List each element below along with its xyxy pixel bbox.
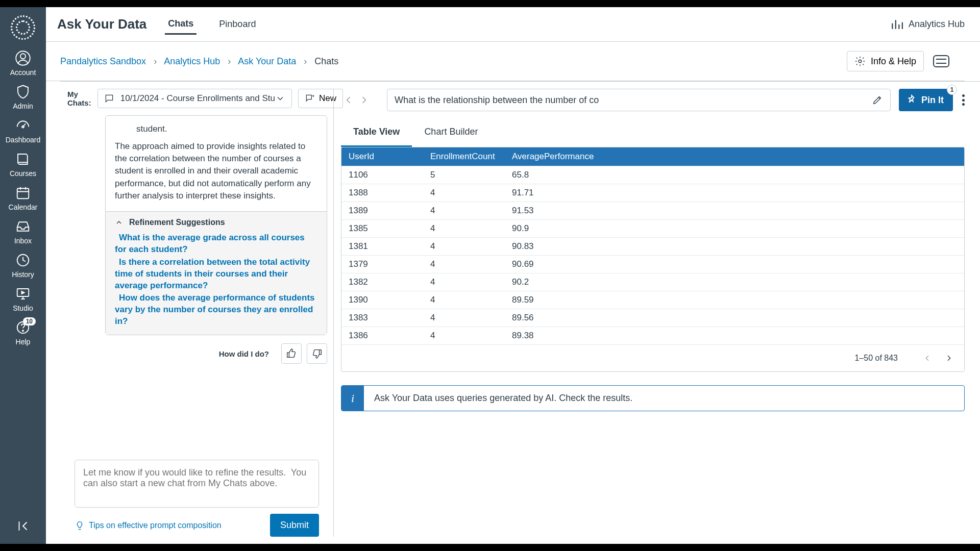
tab-chart-builder[interactable]: Chart Builder: [412, 118, 490, 147]
app-logo-icon[interactable]: [11, 15, 35, 40]
hub-label: Analytics Hub: [909, 19, 965, 30]
shield-icon: [15, 84, 31, 100]
nav-label: Studio: [13, 304, 33, 312]
results-pane: What is the relationship between the num…: [334, 82, 980, 544]
nav-collapse-button[interactable]: [15, 518, 31, 536]
cell-userid: 1106: [341, 166, 423, 184]
keyboard-icon: [936, 59, 946, 64]
tab-pinboard[interactable]: Pinboard: [216, 15, 259, 34]
nav-studio[interactable]: Studio: [0, 286, 46, 312]
clock-icon: [15, 252, 31, 268]
col-userid[interactable]: UserId: [341, 147, 423, 166]
gear-icon: [854, 56, 866, 67]
table-row[interactable]: 1385490.9: [341, 220, 964, 238]
nav-label: Courses: [10, 169, 36, 178]
cell-enrollmentcount: 4: [423, 291, 505, 309]
table-row[interactable]: 1382490.2: [341, 273, 964, 291]
query-display[interactable]: What is the relationship between the num…: [387, 89, 891, 111]
compose-input[interactable]: [75, 460, 318, 505]
cell-averageperformance: 89.38: [505, 327, 964, 345]
refinement-toggle[interactable]: Refinement Suggestions: [115, 218, 317, 227]
cell-averageperformance: 90.69: [505, 256, 964, 273]
table-row[interactable]: 1388491.71: [341, 184, 964, 202]
tab-chats[interactable]: Chats: [165, 14, 197, 35]
pager-prev-button[interactable]: [921, 352, 934, 364]
thumbs-down-button[interactable]: [307, 343, 327, 364]
pager-next-button[interactable]: [943, 352, 955, 364]
cell-enrollmentcount: 4: [423, 256, 505, 273]
nav-label: Admin: [13, 102, 33, 110]
chevron-left-icon: [923, 354, 932, 362]
nav-calendar[interactable]: Calendar: [0, 185, 46, 211]
chat-icon: [104, 93, 114, 104]
thumbs-up-button[interactable]: [281, 343, 302, 364]
page-title: Ask Your Data: [57, 16, 146, 32]
nav-help[interactable]: 10 Help: [0, 319, 46, 346]
nav-history[interactable]: History: [0, 252, 46, 279]
table-row[interactable]: 1381490.83: [341, 238, 964, 256]
new-chat-icon: [305, 93, 315, 104]
svg-point-1: [20, 54, 26, 59]
nav-account[interactable]: Account: [0, 50, 46, 77]
nav-inbox[interactable]: Inbox: [0, 218, 46, 245]
cell-userid: 1389: [341, 202, 423, 220]
table-row[interactable]: 1386489.38: [341, 327, 964, 345]
crumb-sandbox[interactable]: Pandalytics Sandbox: [60, 56, 146, 66]
suggestion-link[interactable]: What is the average grade across all cou…: [115, 232, 317, 256]
table-row[interactable]: 1390489.59: [341, 291, 964, 309]
suggestion-link[interactable]: How does the average performance of stud…: [115, 292, 317, 328]
table-row[interactable]: 1389491.53: [341, 202, 964, 220]
prev-question-button[interactable]: [341, 92, 356, 108]
chevron-left-icon: [344, 95, 354, 105]
keyboard-shortcuts-button[interactable]: [933, 55, 949, 67]
crumb-current: Chats: [314, 56, 338, 66]
cell-averageperformance: 65.8: [505, 166, 964, 184]
table-row[interactable]: 1383489.56: [341, 309, 964, 327]
cell-userid: 1383: [341, 309, 423, 327]
nav-courses[interactable]: Courses: [0, 151, 46, 178]
col-enrollmentcount[interactable]: EnrollmentCount: [423, 147, 505, 166]
pin-icon: [906, 94, 917, 106]
pin-count: 1: [947, 85, 957, 95]
info-icon: i: [341, 386, 364, 411]
chat-pane: My Chats: 10/1/2024 - Course Enrollments…: [60, 82, 333, 544]
inbox-icon: [15, 218, 31, 235]
answer-bubble: student. The approach aimed to provide i…: [105, 115, 327, 335]
cell-enrollmentcount: 4: [423, 220, 505, 238]
chat-selector[interactable]: 10/1/2024 - Course Enrollments and Stu: [97, 89, 292, 108]
nav-dashboard[interactable]: Dashboard: [0, 117, 46, 144]
cell-userid: 1388: [341, 184, 423, 202]
crumb-hub[interactable]: Analytics Hub: [164, 56, 220, 66]
tips-label: Tips on effective prompt composition: [89, 521, 222, 530]
global-nav: Account Admin Dashboard Courses Calendar…: [0, 7, 46, 544]
submit-button[interactable]: Submit: [270, 514, 319, 537]
cell-userid: 1381: [341, 238, 423, 256]
thumbs-down-icon: [311, 348, 323, 359]
tips-link[interactable]: Tips on effective prompt composition: [75, 520, 222, 531]
nav-admin[interactable]: Admin: [0, 84, 46, 110]
compose-box: [75, 460, 319, 508]
results-table: UserId EnrollmentCount AveragePerformanc…: [341, 147, 965, 372]
lightbulb-icon: [75, 520, 85, 531]
book-icon: [15, 151, 31, 167]
ai-notice: i Ask Your Data uses queries generated b…: [341, 385, 965, 411]
cell-userid: 1390: [341, 291, 423, 309]
tab-table-view[interactable]: Table View: [341, 118, 412, 147]
more-menu-button[interactable]: [962, 94, 965, 106]
col-averageperformance[interactable]: AveragePerformance: [505, 147, 964, 166]
feedback-question: How did I do?: [219, 349, 269, 358]
pin-it-button[interactable]: Pin It 1: [899, 89, 953, 111]
suggestion-link[interactable]: Is there a correlation between the total…: [115, 257, 317, 292]
user-icon: [15, 50, 31, 66]
analytics-hub-link[interactable]: Analytics Hub: [890, 18, 965, 31]
table-row[interactable]: 1379490.69: [341, 256, 964, 273]
next-question-button[interactable]: [356, 92, 372, 108]
info-help-button[interactable]: Info & Help: [847, 51, 924, 71]
svg-rect-3: [17, 188, 29, 198]
help-badge: 10: [23, 317, 36, 325]
info-help-label: Info & Help: [871, 56, 916, 67]
page-header: Ask Your Data Chats Pinboard Analytics H…: [46, 7, 980, 42]
crumb-ask[interactable]: Ask Your Data: [238, 56, 296, 66]
table-row[interactable]: 1106565.8: [341, 166, 964, 184]
chevron-right-icon: [945, 354, 953, 362]
